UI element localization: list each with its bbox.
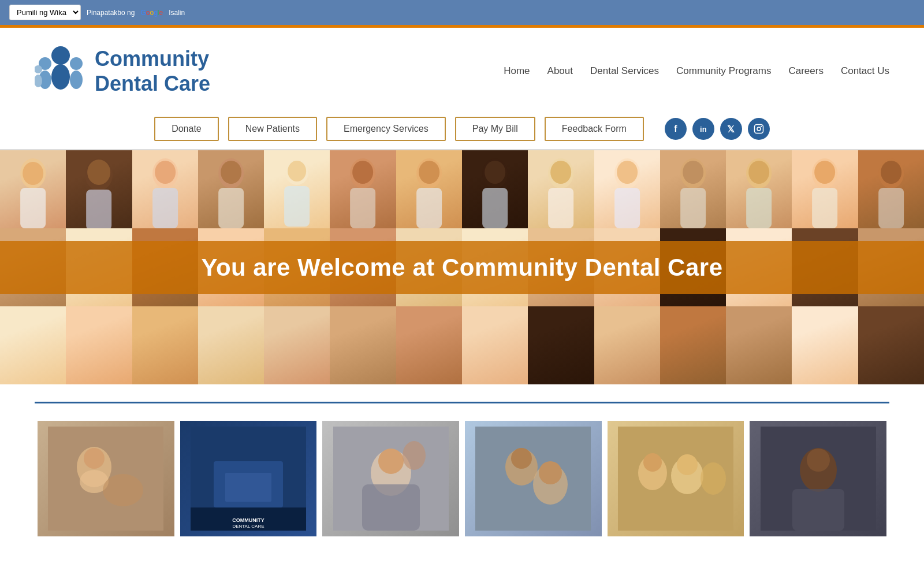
nav-home[interactable]: Home [504, 65, 530, 77]
svg-text:COMMUNITY: COMMUNITY [232, 517, 264, 523]
svg-point-79 [701, 462, 726, 495]
photo-cell-3-3 [132, 306, 198, 384]
instagram-icon[interactable] [748, 118, 770, 140]
photo-cell-1-9 [528, 150, 594, 228]
svg-point-57 [103, 474, 143, 506]
svg-point-51 [881, 161, 901, 184]
nav-community-programs[interactable]: Community Programs [676, 65, 771, 77]
facebook-icon[interactable]: f [665, 118, 687, 140]
photo-cell-1-5 [264, 150, 330, 228]
nav-careers[interactable]: Careers [788, 65, 823, 77]
logo-text: Community Dental Care [95, 46, 210, 96]
photo-cell-1-8 [462, 150, 528, 228]
svg-point-82 [807, 449, 830, 472]
svg-point-0 [51, 46, 70, 65]
photo-cell-3-2 [66, 306, 132, 384]
svg-point-1 [51, 64, 70, 90]
thumbnail-3 [322, 421, 459, 536]
emergency-services-button[interactable]: Emergency Services [326, 117, 446, 141]
new-patients-button[interactable]: New Patients [228, 117, 317, 141]
svg-rect-8 [754, 125, 763, 134]
svg-rect-37 [548, 188, 573, 228]
nav-about[interactable]: About [547, 65, 573, 77]
svg-point-78 [677, 454, 698, 475]
svg-point-5 [70, 71, 83, 89]
svg-point-39 [617, 161, 638, 184]
logo-icon [35, 39, 87, 103]
photo-cell-3-14 [858, 306, 924, 384]
svg-point-24 [288, 161, 306, 181]
svg-point-33 [485, 161, 505, 184]
svg-point-73 [539, 461, 562, 484]
photo-cell-1-1 [0, 150, 66, 228]
thumbnail-5 [608, 421, 744, 536]
photo-cell-3-9 [528, 306, 594, 384]
svg-point-9 [757, 127, 761, 131]
svg-point-76 [643, 453, 662, 472]
svg-rect-49 [813, 188, 838, 228]
feedback-form-button[interactable]: Feedback Form [545, 117, 644, 141]
photo-cell-1-3 [132, 150, 198, 228]
photo-cell-1-13 [792, 150, 858, 228]
photo-cell-1-4 [198, 150, 264, 228]
photo-cell-1-14 [858, 150, 924, 228]
translate-suffix-text: Isalin [169, 9, 185, 17]
linkedin-icon[interactable]: in [692, 118, 714, 140]
donate-button[interactable]: Donate [154, 117, 219, 141]
translate-prefix-text: Pinapatakbo ng [87, 9, 135, 17]
pay-my-bill-button[interactable]: Pay My Bill [455, 117, 535, 141]
svg-rect-13 [20, 188, 46, 228]
svg-point-36 [550, 161, 571, 184]
svg-point-48 [815, 161, 836, 184]
language-selector[interactable]: Pumili ng Wika English Español Tagalog [9, 5, 81, 20]
svg-rect-46 [746, 188, 772, 228]
svg-rect-34 [482, 188, 508, 228]
photo-cell-1-2 [66, 150, 132, 228]
svg-point-10 [761, 126, 762, 127]
svg-rect-16 [86, 190, 111, 228]
photo-cell-3-13 [792, 306, 858, 384]
photo-cell-1-11 [660, 150, 726, 228]
svg-rect-40 [614, 188, 640, 228]
svg-point-66 [378, 449, 404, 474]
photo-cell-3-1 [0, 306, 66, 384]
svg-point-45 [748, 161, 769, 184]
thumbnail-6 [750, 421, 886, 536]
top-bar: Pumili ng Wika English Español Tagalog P… [0, 0, 924, 25]
svg-point-30 [419, 161, 439, 184]
thumbnails-row: COMMUNITY DENTAL CARE [0, 421, 924, 536]
photo-cell-3-4 [198, 306, 264, 384]
nav-contact-us[interactable]: Contact Us [841, 65, 889, 77]
twitter-icon[interactable]: 𝕏 [720, 118, 742, 140]
svg-rect-67 [362, 484, 420, 531]
photo-cell-3-5 [264, 306, 330, 384]
thumbnail-1 [38, 421, 174, 536]
svg-rect-52 [878, 188, 904, 228]
svg-rect-28 [351, 188, 376, 228]
svg-point-42 [683, 161, 703, 184]
welcome-banner: You are Welcome at Community Dental Care [0, 241, 924, 294]
photo-cell-3-10 [594, 306, 660, 384]
svg-rect-25 [284, 186, 310, 227]
svg-rect-61 [225, 473, 271, 502]
thumbnail-2: COMMUNITY DENTAL CARE [180, 421, 317, 536]
site-header: Community Dental Care Home About Dental … [0, 28, 924, 109]
svg-point-27 [353, 161, 374, 184]
thumbnail-4 [465, 421, 602, 536]
action-bar: Donate New Patients Emergency Services P… [0, 109, 924, 150]
svg-rect-19 [152, 188, 178, 228]
photo-cell-1-10 [594, 150, 660, 228]
photo-cell-3-12 [726, 306, 792, 384]
photo-cell-1-12 [726, 150, 792, 228]
google-logo: Google [140, 9, 163, 17]
nav-dental-services[interactable]: Dental Services [590, 65, 659, 77]
svg-point-71 [511, 448, 532, 469]
photo-cell-3-7 [396, 306, 462, 384]
photo-cell-3-11 [660, 306, 726, 384]
svg-point-15 [87, 160, 110, 185]
blue-divider [35, 402, 889, 403]
svg-text:DENTAL CARE: DENTAL CARE [232, 524, 264, 529]
svg-rect-83 [792, 489, 844, 531]
svg-rect-43 [680, 188, 706, 228]
svg-point-4 [70, 57, 83, 70]
